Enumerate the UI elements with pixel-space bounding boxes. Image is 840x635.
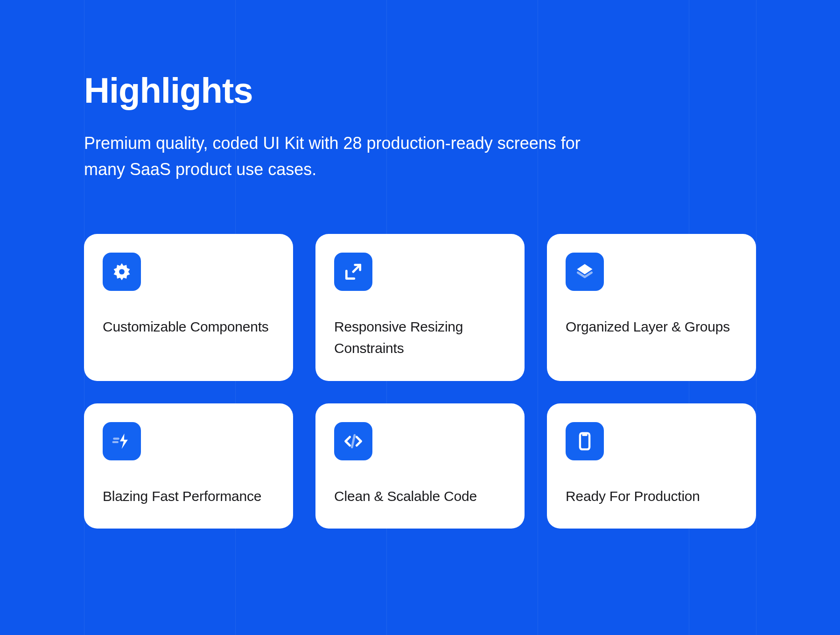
layers-icon [566,253,604,291]
feature-card-layers: Organized Layer & Groups [547,234,756,381]
section-title: Highlights [84,70,756,111]
bolt-icon [103,422,141,460]
phone-icon [566,422,604,460]
svg-point-0 [119,269,125,275]
gridline [756,0,756,635]
feature-card-responsive: Responsive Resizing Constraints [315,234,525,381]
feature-card-title: Organized Layer & Groups [566,316,737,338]
feature-card-title: Blazing Fast Performance [103,486,274,508]
feature-card-customizable: Customizable Components [84,234,293,381]
feature-card-title: Clean & Scalable Code [334,486,506,508]
resize-icon [334,253,372,291]
feature-card-performance: Blazing Fast Performance [84,403,293,529]
feature-grid: Customizable Components Responsive Resiz… [84,234,756,529]
feature-card-production: Ready For Production [547,403,756,529]
section-subtitle: Premium quality, coded UI Kit with 28 pr… [84,130,625,183]
code-icon [334,422,372,460]
feature-card-title: Responsive Resizing Constraints [334,316,506,360]
feature-card-code: Clean & Scalable Code [315,403,525,529]
feature-card-title: Customizable Components [103,316,274,338]
svg-line-4 [352,435,355,447]
brightness-icon [103,253,141,291]
highlights-section: Highlights Premium quality, coded UI Kit… [84,70,756,529]
feature-card-title: Ready For Production [566,486,737,508]
